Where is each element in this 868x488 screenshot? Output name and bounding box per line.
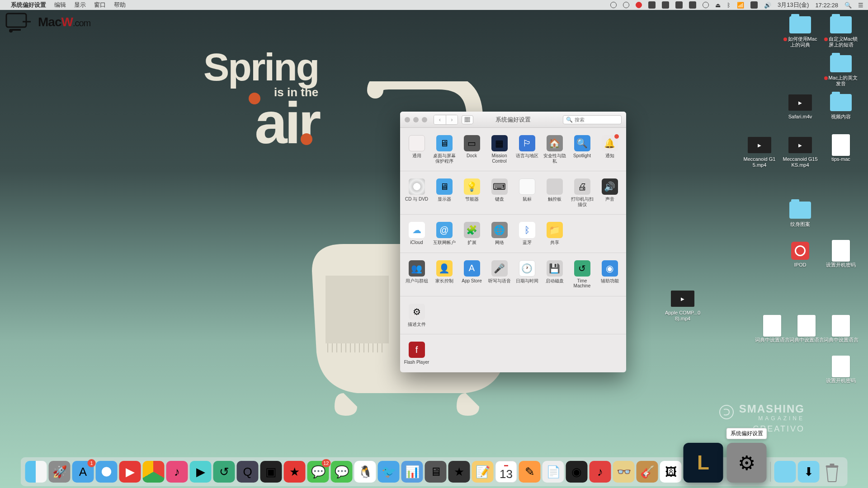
dock-imovie[interactable]: ★ [448, 461, 470, 483]
pref-icloud[interactable]: ☁iCloud [403, 222, 430, 245]
pref-lang[interactable]: 🏳语言与地区 [513, 135, 541, 164]
desktop-icon-folder[interactable]: Mac上的英文发音 [823, 54, 859, 87]
dock-netease[interactable]: ♪ [590, 461, 611, 483]
pref-notifications[interactable]: 🔔通知 [596, 135, 623, 164]
desktop-icon-file[interactable]: 词典中设置语言 [823, 316, 859, 343]
menu-help[interactable]: 帮助 [114, 1, 126, 9]
pref-cddvd[interactable]: CD 与 DVD [403, 178, 430, 207]
clock-date[interactable]: 3月13日(金) [778, 1, 809, 9]
dock-stickies[interactable]: 📝 [472, 461, 494, 483]
dock-camera[interactable]: ◉ [566, 461, 588, 483]
back-button[interactable]: ‹ [434, 115, 446, 124]
desktop-icon-file[interactable]: tips-mac [823, 136, 859, 162]
dock-pages[interactable]: ✎ [519, 461, 541, 483]
desktop-icon-folder[interactable]: 纹身图案 [782, 201, 818, 227]
dock-textedit[interactable]: 📄 [542, 461, 564, 483]
pref-accessibility[interactable]: ◉辅助功能 [596, 260, 623, 289]
pref-parental[interactable]: 👤家长控制 [430, 260, 458, 289]
minimize-button[interactable] [413, 117, 419, 122]
status-icon[interactable] [610, 2, 617, 8]
menu-edit[interactable]: 编辑 [54, 1, 66, 9]
dock-chrome[interactable] [143, 461, 165, 483]
battery-icon[interactable] [750, 1, 758, 9]
desktop-icon-vid[interactable]: ▶Meccanoid G15KS.mp4 [782, 136, 818, 168]
status-icon[interactable] [689, 1, 696, 9]
pref-dictation[interactable]: 🎤听写与语音 [486, 260, 513, 289]
pref-timemachine[interactable]: ↺Time Machine [568, 260, 596, 289]
pref-sound[interactable]: 🔊声音 [596, 178, 623, 207]
pref-network[interactable]: 🌐网络 [486, 222, 513, 245]
pref-profiles[interactable]: ⚙描述文件 [403, 304, 430, 327]
close-button[interactable] [405, 117, 410, 122]
search-input[interactable] [575, 117, 626, 122]
trash[interactable] [821, 461, 843, 483]
dock-messages[interactable]: 💬12 [307, 461, 329, 483]
titlebar[interactable]: ‹ › 系统偏好设置 🔍 ✕ [400, 112, 626, 128]
pref-displays[interactable]: 🖥显示器 [430, 178, 458, 207]
pref-dock[interactable]: ▭Dock [458, 135, 486, 164]
dock-sysprefs[interactable]: ⚙系统偏好设置 [727, 443, 767, 483]
dock-photos[interactable]: 🖼 [660, 461, 682, 483]
desktop-icon-vid[interactable]: ▶Apple COMP...08).mp4 [665, 289, 701, 322]
desktop-icon-ipod[interactable]: IPOD [782, 241, 818, 268]
desktop-icon-file[interactable]: 词典中设置语言 [788, 316, 825, 343]
dock-timemachine[interactable]: ↺ [213, 461, 235, 483]
volume-icon[interactable]: 🔊 [764, 2, 771, 9]
status-icon[interactable] [623, 2, 629, 8]
record-icon[interactable] [636, 2, 642, 8]
dock-mail[interactable]: 👓 [613, 461, 635, 483]
pref-extensions[interactable]: 🧩扩展 [458, 222, 486, 245]
status-icon[interactable] [662, 1, 669, 9]
desktop-icon-file[interactable]: 词典中设置语言 [754, 316, 790, 343]
dock-app1[interactable]: ▣ [260, 461, 282, 483]
dock-downloads[interactable]: ⬇ [798, 461, 820, 483]
desktop-icon-vid[interactable]: ▶Safari.m4v [782, 93, 818, 120]
forward-button[interactable]: › [446, 115, 458, 124]
dock-appstore[interactable]: A1 [72, 461, 94, 483]
dock-garageband[interactable]: 🎸 [637, 461, 658, 483]
desktop-icon-folder[interactable]: 自定义Mac锁屏上的短语 [823, 15, 859, 48]
dock-safari[interactable] [96, 461, 118, 483]
dock-keynote[interactable]: 📊 [401, 461, 423, 483]
pref-security[interactable]: 🏠安全性与隐私 [541, 135, 568, 164]
dock-calendar[interactable]: ▬13 [495, 461, 517, 483]
dock-itunes[interactable]: ♪ [166, 461, 188, 483]
pref-bluetooth[interactable]: ᛒ蓝牙 [513, 222, 541, 245]
timemachine-icon[interactable] [703, 2, 709, 8]
notification-center-icon[interactable]: ☰ [858, 2, 863, 9]
desktop-icon-folder[interactable]: 视频内容 [823, 93, 859, 120]
airplay-icon[interactable] [675, 1, 683, 9]
pref-printers[interactable]: 🖨打印机与扫描仪 [568, 178, 596, 207]
dock-shortcut[interactable]: ▶ [190, 461, 212, 483]
pref-desktop[interactable]: 🖥桌面与屏幕保护程序 [430, 135, 458, 164]
pref-spotlight[interactable]: 🔍Spotlight [568, 135, 596, 164]
eject-icon[interactable]: ⏏ [715, 2, 721, 9]
dock-folder[interactable] [774, 461, 796, 483]
pref-datetime[interactable]: 🕐日期与时间 [513, 260, 541, 289]
menu-window[interactable]: 窗口 [94, 1, 106, 9]
desktop-icon-vid[interactable]: ▶Meccanoid G15.mp4 [741, 136, 778, 168]
desktop-icon-file[interactable]: 设置开机密码 [823, 357, 859, 384]
bluetooth-icon[interactable]: ᛒ [727, 2, 731, 9]
pref-appstore[interactable]: AApp Store [458, 260, 486, 289]
desktop-icon-folder[interactable]: 如何使用Mac上的词典 [782, 15, 818, 48]
pref-internet[interactable]: @互联网帐户 [430, 222, 458, 245]
desktop-icon-file[interactable]: 设置开机密码 [823, 241, 859, 268]
dock-launchpad[interactable]: 🚀 [49, 461, 71, 483]
pref-trackpad[interactable]: 触控板 [541, 178, 568, 207]
pref-keyboard[interactable]: ⌨键盘 [486, 178, 513, 207]
pref-general[interactable]: 通用 [403, 135, 430, 164]
dock-wechat[interactable]: 💬 [331, 461, 353, 483]
app-menu[interactable]: 系统偏好设置 [11, 1, 46, 9]
dock-qq[interactable]: 🐧 [354, 461, 376, 483]
menu-view[interactable]: 显示 [74, 1, 86, 9]
dock-quicktime[interactable]: Q [237, 461, 259, 483]
status-icon[interactable] [648, 1, 656, 9]
spotlight-icon[interactable]: 🔍 [844, 2, 852, 9]
show-all-button[interactable] [462, 115, 473, 124]
search-field[interactable]: 🔍 ✕ [563, 115, 622, 124]
pref-mouse[interactable]: 鼠标 [513, 178, 541, 207]
pref-sharing[interactable]: 📁共享 [541, 222, 568, 245]
dock-twitter[interactable]: 🐦 [378, 461, 400, 483]
wifi-icon[interactable]: 📶 [737, 2, 744, 9]
